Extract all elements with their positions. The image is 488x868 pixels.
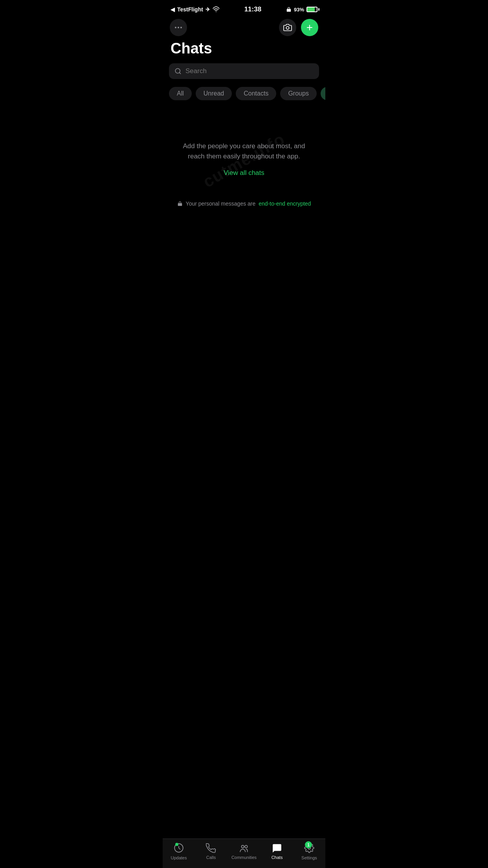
airplane-icon: ✈ bbox=[205, 6, 210, 13]
svg-point-1 bbox=[286, 26, 289, 29]
carrier-label: TestFlight bbox=[177, 6, 203, 13]
status-bar: ◀ TestFlight ✈ 11:38 93% bbox=[163, 0, 325, 17]
status-right: 93% bbox=[286, 7, 317, 13]
encryption-notice: Your personal messages are end-to-end en… bbox=[163, 193, 325, 219]
battery-icon bbox=[306, 7, 317, 12]
header-right-actions: + bbox=[279, 19, 318, 36]
empty-state-description: Add the people you care about most, and … bbox=[178, 141, 310, 161]
lock-status-icon bbox=[286, 7, 292, 12]
empty-state: Add the people you care about most, and … bbox=[163, 110, 325, 193]
view-all-chats-link[interactable]: View all chats bbox=[224, 169, 264, 177]
filter-contacts[interactable]: Contacts bbox=[236, 87, 276, 100]
page-title: Chats bbox=[163, 39, 325, 63]
new-chat-button[interactable]: + bbox=[301, 19, 318, 36]
camera-button[interactable] bbox=[279, 19, 296, 36]
status-time: 11:38 bbox=[244, 6, 261, 13]
search-input[interactable] bbox=[185, 67, 314, 75]
filter-all[interactable]: All bbox=[169, 87, 192, 100]
filter-groups[interactable]: Groups bbox=[280, 87, 316, 100]
encryption-link[interactable]: end-to-end encrypted bbox=[259, 200, 311, 207]
wifi-icon bbox=[213, 6, 220, 13]
search-icon bbox=[174, 68, 182, 75]
status-left: ◀ TestFlight ✈ bbox=[171, 6, 220, 13]
header-toolbar: + bbox=[163, 17, 325, 39]
svg-point-0 bbox=[216, 11, 216, 12]
battery-percent: 93% bbox=[294, 7, 304, 13]
search-bar[interactable] bbox=[169, 63, 319, 79]
main-content: Add the people you care about most, and … bbox=[163, 110, 325, 320]
filter-chips: All Unread Contacts Groups Favorites bbox=[163, 87, 325, 110]
filter-unread[interactable]: Unread bbox=[196, 87, 232, 100]
back-arrow: ◀ bbox=[171, 6, 175, 13]
encryption-prefix: Your personal messages are bbox=[186, 200, 256, 207]
menu-button[interactable] bbox=[170, 19, 187, 36]
filter-favorites[interactable]: Favorites bbox=[321, 87, 325, 100]
lock-icon bbox=[177, 201, 183, 206]
